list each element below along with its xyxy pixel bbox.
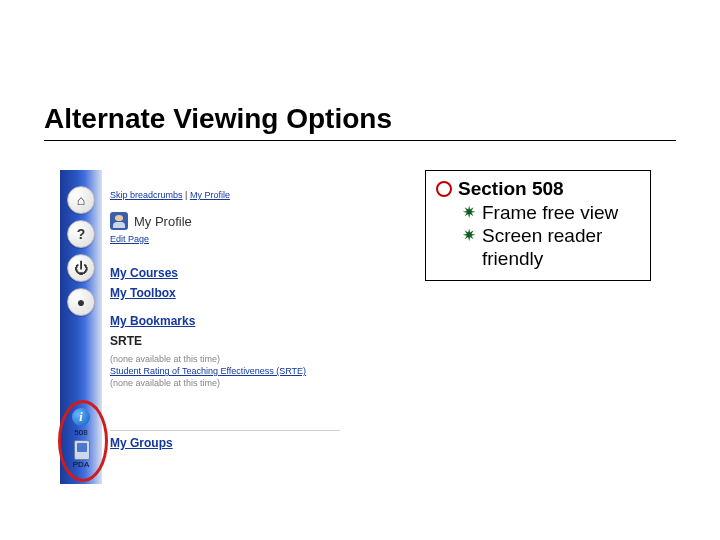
label-pda: PDA (60, 460, 102, 469)
info-icon: i (79, 410, 82, 425)
user-button[interactable]: ● (67, 288, 95, 316)
power-icon: ⏻ (74, 260, 88, 276)
srte-link[interactable]: Student Rating of Teaching Effectiveness… (110, 366, 396, 376)
help-icon: ? (77, 226, 86, 242)
user-icon: ● (77, 294, 85, 310)
breadcrumb-sep: | (183, 190, 190, 200)
info-heading: Section 508 (458, 177, 564, 201)
bullet-star-icon: ✷ (462, 227, 476, 244)
info-item-2: Screen reader friendly (482, 224, 642, 270)
nav-srte: SRTE (110, 334, 396, 348)
srte-none-1: (none available at this time) (110, 354, 396, 364)
nav-my-bookmarks[interactable]: My Bookmarks (110, 314, 396, 328)
info-box: Section 508 ✷ Frame free view ✷ Screen r… (425, 170, 651, 281)
accessibility-508-button[interactable]: i (72, 408, 90, 426)
skip-breadcrumbs-link[interactable]: Skip breadcrumbs (110, 190, 183, 200)
info-item-1: Frame free view (482, 201, 618, 224)
divider (110, 430, 340, 431)
title-underline (44, 140, 676, 141)
avatar-icon (110, 212, 128, 230)
slide-title: Alternate Viewing Options (44, 103, 392, 135)
main-content: Skip breadcrumbs | My Profile My Profile… (110, 170, 396, 388)
bullet-circle-icon (436, 181, 452, 197)
home-button[interactable]: ⌂ (67, 186, 95, 214)
label-508: 508 (60, 428, 102, 437)
help-button[interactable]: ? (67, 220, 95, 248)
breadcrumb: Skip breadcrumbs | My Profile (110, 190, 396, 200)
app-screenshot: ⌂ ? ⏻ ● i 508 PDA Skip breadcrumbs | My … (60, 170, 400, 484)
power-button[interactable]: ⏻ (67, 254, 95, 282)
nav-my-toolbox[interactable]: My Toolbox (110, 286, 396, 300)
nav-my-groups[interactable]: My Groups (110, 436, 173, 450)
nav-my-courses[interactable]: My Courses (110, 266, 396, 280)
edit-page-link[interactable]: Edit Page (110, 234, 149, 244)
bullet-star-icon: ✷ (462, 204, 476, 221)
pda-view-button[interactable] (74, 440, 90, 460)
page-title: My Profile (134, 214, 192, 229)
sidebar: ⌂ ? ⏻ ● i 508 PDA (60, 170, 102, 484)
srte-none-2: (none available at this time) (110, 378, 396, 388)
home-icon: ⌂ (77, 192, 85, 208)
breadcrumb-profile-link[interactable]: My Profile (190, 190, 230, 200)
